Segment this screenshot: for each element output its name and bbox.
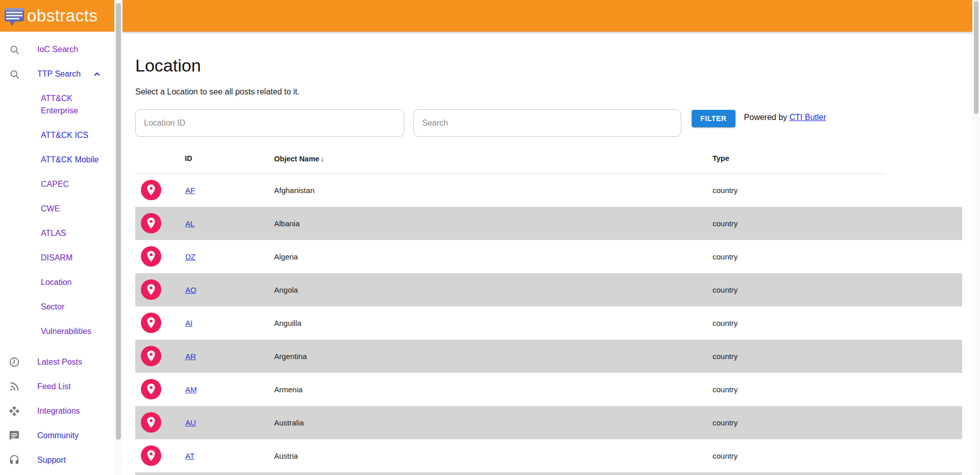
column-header-object-name[interactable]: Object Name↓: [274, 154, 324, 163]
brand-name: obstracts: [27, 6, 97, 26]
row-object-name: Afghanistan: [274, 186, 314, 195]
filter-row: FILTER Powered by CTI Butler: [135, 109, 972, 137]
location-pin-icon: [141, 379, 161, 399]
row-id-link-dz[interactable]: DZ: [185, 252, 195, 261]
table-header: ID Object Name↓ Type: [135, 145, 886, 174]
row-object-name: Austria: [274, 452, 298, 460]
filter-button[interactable]: FILTER: [692, 110, 736, 127]
column-header-type[interactable]: Type: [713, 154, 729, 162]
row-type: country: [713, 418, 738, 427]
page-title: Location: [135, 55, 972, 76]
table-row-at[interactable]: AT Austria country: [135, 439, 962, 472]
powered-by-text: Powered by: [744, 113, 788, 122]
comment-icon: [8, 430, 20, 442]
table-row-partial: [135, 472, 962, 475]
table-row-ar[interactable]: AR Argentina country: [135, 340, 962, 373]
sidebar-item-location[interactable]: Location: [0, 270, 114, 295]
row-id-link-at[interactable]: AT: [185, 452, 194, 460]
row-object-name: Argentina: [274, 352, 307, 361]
row-type: country: [713, 286, 738, 294]
row-id-link-ai[interactable]: AI: [185, 319, 192, 327]
page-subtitle: Select a Location to see all posts relat…: [135, 87, 972, 97]
column-header-id[interactable]: ID: [185, 154, 192, 162]
sidebar-item-att-ck-ics[interactable]: ATT&CK ICS: [0, 123, 114, 148]
row-type: country: [713, 252, 738, 261]
table-row-af[interactable]: AF Afghanistan country: [135, 174, 962, 207]
row-type: country: [713, 186, 738, 195]
table-row-am[interactable]: AM Armenia country: [135, 373, 962, 406]
row-id-link-ar[interactable]: AR: [185, 352, 196, 361]
speech-bubble-lines-icon: [4, 5, 26, 27]
sidebar-item-sector[interactable]: Sector: [0, 295, 114, 319]
sidebar-item-atlas[interactable]: ATLAS: [0, 221, 114, 246]
row-object-name: Albania: [274, 219, 300, 228]
row-object-name: Algeria: [274, 252, 298, 261]
appbar-brand: obstracts: [0, 0, 114, 32]
row-type: country: [713, 385, 738, 394]
sidebar-item-ttp-search[interactable]: TTP Search: [0, 62, 114, 86]
sidebar-item-integrations[interactable]: Integrations: [0, 399, 114, 423]
row-id-link-au[interactable]: AU: [185, 418, 196, 427]
appbar-top: [122, 0, 972, 32]
location-pin-icon: [141, 246, 161, 267]
location-pin-icon: [141, 213, 161, 233]
main-content: Location Select a Location to see all po…: [122, 32, 972, 475]
location-id-input[interactable]: [135, 109, 404, 137]
sidebar-item-community[interactable]: Community: [0, 423, 114, 448]
row-object-name: Angola: [274, 286, 298, 294]
search-icon: [8, 43, 20, 56]
clock-icon: [8, 356, 20, 368]
row-object-name: Anguilla: [274, 319, 301, 327]
sidebar-item-support[interactable]: Support: [0, 448, 114, 472]
search-input[interactable]: [413, 109, 681, 137]
search-icon: [8, 68, 20, 80]
sidebar-item-capec[interactable]: CAPEC: [0, 172, 114, 197]
row-object-name: Armenia: [274, 385, 303, 394]
sidebar-scrollbar[interactable]: [114, 0, 122, 475]
row-id-link-ao[interactable]: AO: [185, 286, 197, 294]
row-type: country: [713, 219, 738, 228]
row-type: country: [713, 352, 738, 361]
sidebar-item-att-ck-mobile[interactable]: ATT&CK Mobile: [0, 148, 114, 172]
location-table: ID Object Name↓ Type AF Afghanistan coun…: [135, 145, 972, 475]
location-pin-icon: [141, 412, 161, 433]
sidebar-item-latest-posts[interactable]: Latest Posts: [0, 350, 114, 374]
row-object-name: Australia: [274, 418, 304, 427]
table-row-ai[interactable]: AI Anguilla country: [135, 306, 962, 340]
sidebar-item-att-ck-enterprise[interactable]: ATT&CK Enterprise: [0, 86, 114, 123]
sidebar-item-disarm[interactable]: DISARM: [0, 246, 114, 270]
sidebar-item-vulnerabilities[interactable]: Vulnerabilities: [0, 319, 114, 344]
row-id-link-am[interactable]: AM: [185, 385, 197, 394]
location-pin-icon: [141, 279, 161, 300]
table-row-au[interactable]: AU Australia country: [135, 406, 962, 439]
location-pin-icon: [141, 346, 161, 366]
table-row-dz[interactable]: DZ Algeria country: [135, 240, 962, 273]
table-body: AF Afghanistan country AL Albania countr…: [135, 174, 972, 472]
sidebar-scrollbar-thumb[interactable]: [116, 3, 121, 440]
chevron-up-icon[interactable]: [92, 69, 102, 79]
location-pin-icon: [141, 313, 161, 333]
integrations-icon: [8, 405, 20, 417]
row-type: country: [713, 319, 738, 327]
sort-descending-icon[interactable]: ↓: [321, 154, 325, 163]
powered-by: Powered by CTI Butler: [744, 113, 826, 122]
sidebar-item-feed-list[interactable]: Feed List: [0, 374, 114, 399]
rss-icon: [8, 381, 20, 393]
location-pin-icon: [141, 445, 161, 466]
location-pin-icon: [141, 180, 161, 200]
row-type: country: [713, 452, 738, 460]
row-id-link-af[interactable]: AF: [185, 186, 195, 195]
sidebar-item-ioc-search[interactable]: IoC Search: [0, 37, 114, 62]
sidebar-nav: IoC Search TTP Search ATT&CK Enterprise …: [0, 37, 114, 472]
table-row-ao[interactable]: AO Angola country: [135, 273, 962, 306]
sidebar-item-cwe[interactable]: CWE: [0, 197, 114, 221]
cti-butler-link[interactable]: CTI Butler: [790, 113, 826, 122]
table-row-al[interactable]: AL Albania country: [135, 207, 962, 240]
page-scrollbar[interactable]: [972, 0, 980, 475]
headset-icon: [8, 454, 20, 466]
row-id-link-al[interactable]: AL: [185, 219, 194, 228]
page-scrollbar-thumb[interactable]: [974, 1, 978, 114]
sidebar: IoC Search TTP Search ATT&CK Enterprise …: [0, 32, 114, 475]
